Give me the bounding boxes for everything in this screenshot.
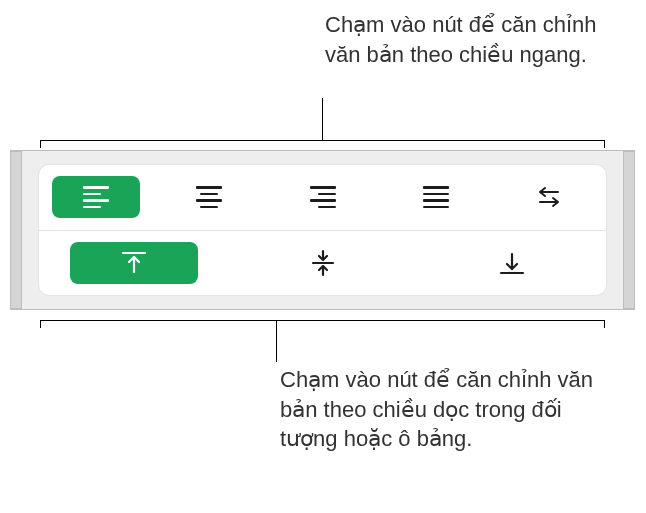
align-top-button[interactable] bbox=[70, 242, 198, 284]
align-justify-button[interactable] bbox=[392, 176, 480, 218]
callout-vertical: Chạm vào nút để căn chỉnh văn bản theo c… bbox=[280, 365, 620, 454]
align-right-button[interactable] bbox=[279, 176, 367, 218]
text-direction-button[interactable] bbox=[505, 176, 593, 218]
align-bottom-button[interactable] bbox=[448, 242, 576, 284]
horizontal-align-row bbox=[39, 165, 606, 230]
text-direction-icon bbox=[534, 185, 564, 209]
leader-top bbox=[322, 98, 323, 140]
align-left-button[interactable] bbox=[52, 176, 140, 218]
vertical-align-row bbox=[39, 230, 606, 296]
brace-bottom bbox=[40, 320, 605, 331]
alignment-panel bbox=[10, 150, 635, 310]
callout-horizontal: Chạm vào nút để căn chỉnh văn bản theo c… bbox=[325, 10, 635, 69]
align-bottom-icon bbox=[498, 250, 526, 276]
align-center-button[interactable] bbox=[165, 176, 253, 218]
align-right-icon bbox=[310, 186, 336, 208]
align-top-icon bbox=[120, 250, 148, 276]
align-middle-button[interactable] bbox=[259, 242, 387, 284]
leader-bottom bbox=[276, 320, 277, 362]
align-center-icon bbox=[196, 186, 222, 208]
alignment-card bbox=[39, 165, 606, 295]
align-left-icon bbox=[83, 186, 109, 208]
align-middle-icon bbox=[309, 249, 337, 277]
align-justify-icon bbox=[423, 186, 449, 208]
